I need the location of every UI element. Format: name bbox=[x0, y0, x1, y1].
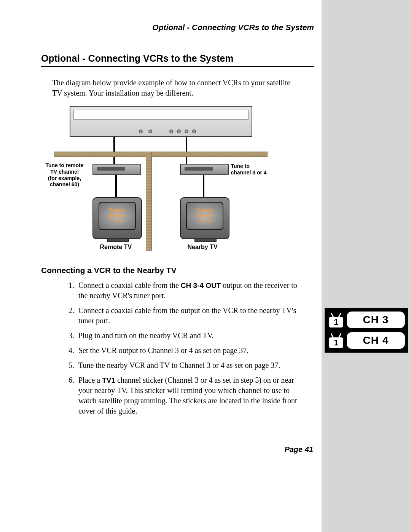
cable bbox=[203, 175, 204, 200]
step-text: Connect a coaxial cable from the output … bbox=[78, 306, 296, 325]
channel-pill: CH 3 bbox=[347, 312, 405, 328]
caption-remote-tv: Remote TV bbox=[100, 244, 132, 251]
step-text: Plug in and turn on the nearby VCR and T… bbox=[78, 331, 214, 340]
running-head: Optional - Connecting VCRs to the System bbox=[0, 23, 322, 32]
section-title: Optional - Connecting VCRs to the System bbox=[41, 53, 314, 67]
shelf-leg bbox=[146, 152, 152, 251]
step-text: Connect a coaxial cable from the bbox=[78, 281, 181, 289]
tv-remote: Tune tochannel3 or 4 bbox=[92, 197, 142, 239]
sticker-row: 1 CH 4 bbox=[328, 332, 405, 349]
tv-number: 1 bbox=[329, 337, 343, 348]
tv1-icon: 1 bbox=[328, 312, 344, 328]
tv-number: 1 bbox=[329, 317, 343, 328]
sidebar-margin: 1 CH 3 1 CH 4 bbox=[322, 0, 411, 532]
step-item: Connect a coaxial cable from the CH 3-4 … bbox=[76, 280, 303, 301]
step-item: Set the VCR output to Channel 3 or 4 as … bbox=[76, 345, 303, 356]
step-bold: CH 3-4 OUT bbox=[181, 281, 221, 289]
tv-nearby: Tune tochannel3 or 4 bbox=[180, 197, 229, 239]
intro-paragraph: The diagram below provide example of how… bbox=[52, 78, 299, 98]
step-bold: TV1 bbox=[102, 376, 115, 384]
page-number: Page 41 bbox=[284, 445, 313, 454]
diagram-label-left: Tune to remoteTV channel(for example,cha… bbox=[41, 162, 88, 188]
cable bbox=[113, 137, 115, 165]
satellite-receiver bbox=[70, 106, 252, 137]
tv-screen-text: Tune tochannel3 or 4 bbox=[99, 202, 136, 230]
cable bbox=[115, 175, 117, 200]
vcr-left bbox=[92, 164, 141, 175]
wiring-diagram: Tune tochannel3 or 4 Tune tochannel3 or … bbox=[54, 106, 268, 254]
step-item: Place a TV1 channel sticker (Channel 3 o… bbox=[76, 375, 303, 416]
tv-screen-text: Tune tochannel3 or 4 bbox=[186, 202, 223, 230]
subsection-heading: Connecting a VCR to the Nearby TV bbox=[41, 266, 322, 275]
step-item: Connect a coaxial cable from the output … bbox=[76, 305, 303, 326]
sticker-row: 1 CH 3 bbox=[328, 312, 405, 328]
diagram-label-right: Tune tochannel 3 or 4 bbox=[231, 163, 273, 176]
step-text: Tune the nearby VCR and TV to Channel 3 … bbox=[78, 361, 280, 369]
step-item: Tune the nearby VCR and TV to Channel 3 … bbox=[76, 360, 303, 371]
channel-sticker-graphic: 1 CH 3 1 CH 4 bbox=[325, 308, 408, 353]
step-item: Plug in and turn on the nearby VCR and T… bbox=[76, 331, 303, 341]
channel-pill: CH 4 bbox=[347, 332, 405, 349]
cable bbox=[186, 137, 187, 165]
shelf bbox=[54, 152, 268, 157]
vcr-right bbox=[180, 164, 229, 175]
step-text: Place a bbox=[78, 376, 102, 384]
tv1-icon: 1 bbox=[328, 332, 344, 349]
caption-nearby-tv: Nearby TV bbox=[188, 244, 218, 251]
step-text: Set the VCR output to Channel 3 or 4 as … bbox=[78, 346, 249, 355]
steps-list: Connect a coaxial cable from the CH 3-4 … bbox=[65, 280, 303, 416]
page-content: Optional - Connecting VCRs to the System… bbox=[0, 0, 322, 532]
